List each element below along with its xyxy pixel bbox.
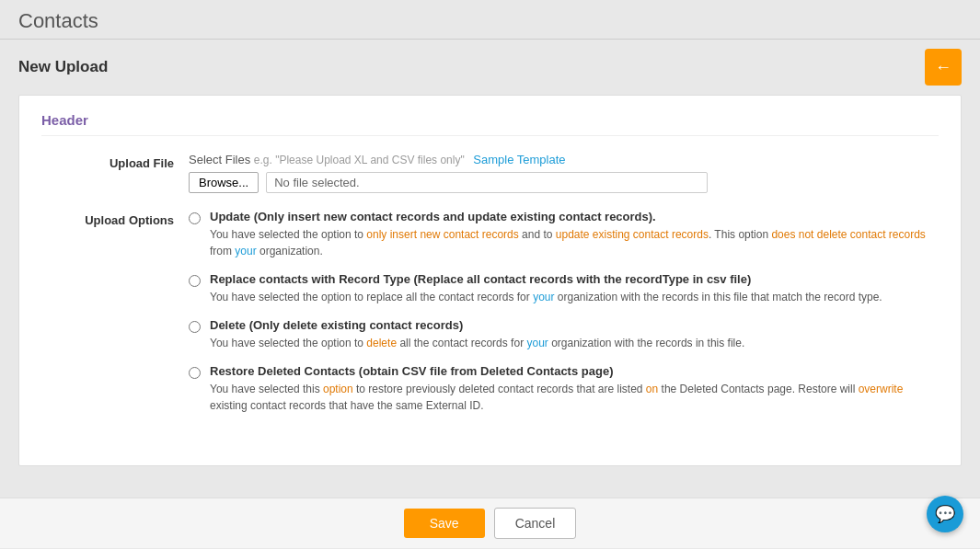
back-button[interactable]: ← [925, 49, 962, 86]
select-files-text: Select Files [189, 153, 250, 166]
save-button[interactable]: Save [404, 509, 485, 538]
upload-file-content: Select Files e.g. "Please Upload XL and … [189, 153, 939, 193]
option-text-2: Replace contacts with Record Type (Repla… [210, 272, 882, 305]
option-title-3: Delete (Only delete existing contact rec… [210, 318, 744, 332]
content-wrapper: New Upload ← Header Upload File Select F… [0, 40, 980, 498]
upload-options-label: Upload Options [41, 210, 189, 227]
option-text-1: Update (Only insert new contact records … [210, 210, 939, 259]
upload-file-row: Upload File Select Files e.g. "Please Up… [41, 153, 939, 193]
upload-file-label: Upload File [41, 153, 189, 170]
option-item-1: Update (Only insert new contact records … [189, 210, 939, 259]
top-bar: Contacts [0, 0, 980, 40]
option-item-2: Replace contacts with Record Type (Repla… [189, 272, 939, 305]
option-title-4: Restore Deleted Contacts (obtain CSV fil… [210, 364, 939, 378]
upload-options-col: Update (Only insert new contact records … [189, 210, 939, 427]
main-area: New Upload ← Header Upload File Select F… [0, 40, 980, 548]
card-header: Header [41, 112, 939, 136]
option-radio-2[interactable] [189, 275, 201, 287]
option-desc-4: You have selected this option to restore… [210, 381, 939, 414]
option-radio-3[interactable] [189, 321, 201, 333]
option-item-3: Delete (Only delete existing contact rec… [189, 318, 939, 351]
file-hint-row: Select Files e.g. "Please Upload XL and … [189, 153, 939, 166]
file-input-row: Browse... No file selected. [189, 172, 939, 193]
option-desc-3: You have selected the option to delete a… [210, 335, 744, 351]
option-item-4: Restore Deleted Contacts (obtain CSV fil… [189, 364, 939, 414]
upload-hint: e.g. "Please Upload XL and CSV files onl… [254, 154, 465, 166]
sample-template-link[interactable]: Sample Template [473, 153, 565, 166]
option-radio-4[interactable] [189, 367, 201, 379]
page-header-row: New Upload ← [18, 49, 962, 86]
option-title-1: Update (Only insert new contact records … [210, 210, 939, 223]
chat-button[interactable]: 💬 [927, 496, 963, 532]
app-title: Contacts [18, 9, 962, 33]
footer-bar: Save Cancel [0, 498, 980, 548]
upload-options-row: Upload Options Update (Only insert new c… [41, 210, 939, 427]
option-text-4: Restore Deleted Contacts (obtain CSV fil… [210, 364, 939, 414]
cancel-button[interactable]: Cancel [494, 508, 577, 539]
option-text-3: Delete (Only delete existing contact rec… [210, 318, 744, 351]
page-title: New Upload [18, 58, 108, 76]
form-card: Header Upload File Select Files e.g. "Pl… [18, 95, 962, 466]
option-desc-2: You have selected the option to replace … [210, 289, 882, 305]
option-radio-1[interactable] [189, 212, 201, 224]
option-title-2: Replace contacts with Record Type (Repla… [210, 272, 882, 286]
option-desc-1: You have selected the option to only ins… [210, 226, 939, 259]
no-file-text: No file selected. [266, 172, 708, 193]
chat-icon: 💬 [935, 504, 955, 524]
browse-button[interactable]: Browse... [189, 172, 259, 193]
